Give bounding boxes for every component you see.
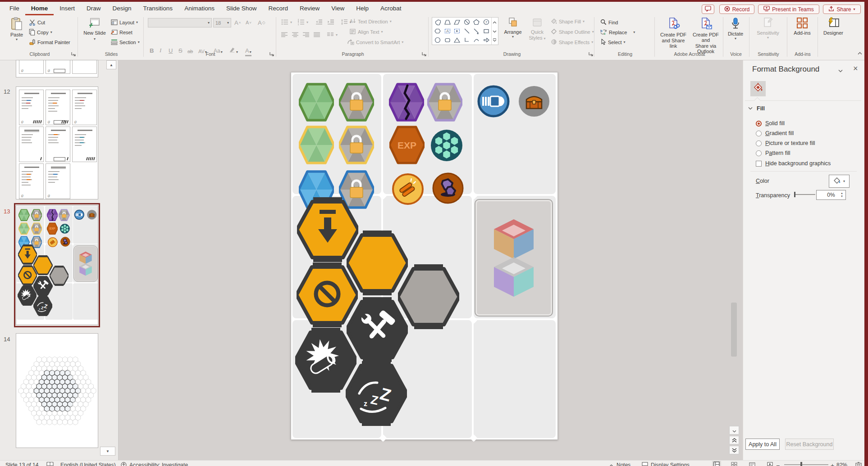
copy-button[interactable]: Copy▾ xyxy=(29,28,52,37)
dictate-button[interactable]: Dictate▾ xyxy=(725,17,746,41)
layout-button[interactable]: Layout▾ xyxy=(111,18,138,27)
shape-hexagon-icon[interactable] xyxy=(434,27,442,35)
format-painter-button[interactable]: Format Painter xyxy=(29,38,70,47)
hide-background-graphics-checkbox[interactable]: Hide background graphics xyxy=(756,160,831,167)
pane-collapse-icon[interactable] xyxy=(838,67,843,75)
record-button[interactable]: Record xyxy=(719,5,754,14)
tab-file[interactable]: File xyxy=(4,2,25,15)
color-picker-button[interactable]: ▾ xyxy=(829,175,850,188)
badge-circle-battery[interactable] xyxy=(476,84,511,120)
comments-button[interactable] xyxy=(702,5,714,14)
shape-pentagon-icon[interactable] xyxy=(472,18,480,26)
shape-block-arrow-icon[interactable] xyxy=(482,36,490,44)
reset-button[interactable]: Reset xyxy=(111,28,132,37)
badge-hex-exp[interactable]: EXP xyxy=(389,125,425,167)
previous-slide-button[interactable] xyxy=(729,436,739,444)
shape-freeform-icon[interactable] xyxy=(434,18,442,26)
badge-circle-chest[interactable] xyxy=(517,84,551,120)
slide-thumbnail-12[interactable]: 00000 xyxy=(16,86,98,199)
cut-button[interactable]: Cut xyxy=(29,18,45,27)
addins-button[interactable]: Add-ins xyxy=(790,17,815,36)
thumbnails-scroll-up-button[interactable]: ▲ xyxy=(106,60,116,69)
slide-canvas[interactable]: EXPZZz xyxy=(291,72,558,440)
badge-hex-green-yellow[interactable] xyxy=(299,125,334,167)
shape-elbow-icon[interactable] xyxy=(463,36,471,44)
display-settings-button[interactable]: Display Settings xyxy=(651,462,690,466)
transparency-slider[interactable] xyxy=(795,194,815,195)
shape-arrow-line-icon[interactable] xyxy=(472,27,480,35)
clipboard-dialog-launcher[interactable] xyxy=(71,52,76,56)
shape-parallelogram-icon[interactable] xyxy=(453,18,461,26)
shape-rectangle-icon[interactable] xyxy=(482,27,490,35)
shape-no-symbol-icon[interactable] xyxy=(463,18,471,26)
shape-trapezoid-icon[interactable] xyxy=(443,18,452,26)
fill-option-picture-or-texture-fill[interactable]: Picture or texture fill xyxy=(756,140,815,146)
designer-button[interactable]: Designer xyxy=(820,17,846,36)
badge-hex-lock-lavender[interactable] xyxy=(427,82,462,124)
badge-hex-lock-green[interactable] xyxy=(339,82,374,124)
tab-draw[interactable]: Draw xyxy=(81,2,107,15)
replace-button[interactable]: bcReplace▾ xyxy=(600,28,635,37)
hex-tile-sleep[interactable]: ZZz xyxy=(346,361,407,428)
normal-view-button[interactable] xyxy=(712,461,721,466)
fill-option-gradient-fill[interactable]: Gradient fill xyxy=(756,130,794,136)
drawing-dialog-launcher[interactable] xyxy=(589,52,593,56)
tab-slide-show[interactable]: Slide Show xyxy=(220,2,263,15)
accessibility-status[interactable]: Accessibility: Investigate xyxy=(129,462,188,466)
slideshow-view-button[interactable] xyxy=(767,462,773,466)
find-button[interactable]: Find xyxy=(600,18,618,27)
fit-to-window-icon[interactable] xyxy=(855,462,862,466)
slide-sorter-view-button[interactable] xyxy=(731,462,737,466)
badge-circle-honeycomb[interactable] xyxy=(429,128,464,164)
paste-button[interactable]: Paste ▾ xyxy=(6,17,27,41)
canvas-scrollbar-thumb[interactable] xyxy=(731,303,737,357)
gallery-more-button[interactable] xyxy=(491,36,498,45)
slide-thumbnail-14[interactable] xyxy=(16,333,98,448)
slide-thumbnail-13[interactable]: EXPZZz xyxy=(16,205,98,325)
shape-gallery[interactable]: 7A xyxy=(432,17,498,45)
paragraph-dialog-launcher[interactable] xyxy=(422,52,426,56)
fill-option-solid-fill[interactable]: Solid fill xyxy=(756,120,785,127)
gallery-down-button[interactable] xyxy=(491,27,498,36)
tab-view[interactable]: View xyxy=(325,2,350,15)
tab-insert[interactable]: Insert xyxy=(54,2,81,15)
badge-hex-purple-crack[interactable] xyxy=(389,82,424,124)
reading-view-button[interactable] xyxy=(749,462,755,466)
fill-option-pattern-fill[interactable]: Pattern fill xyxy=(756,150,790,156)
zoom-slider-handle[interactable] xyxy=(800,462,802,466)
badge-hex-green[interactable] xyxy=(299,82,334,124)
shape-line-icon[interactable] xyxy=(463,27,471,35)
transparency-spinner[interactable]: ▲▼ xyxy=(839,190,845,199)
tab-transitions[interactable]: Transitions xyxy=(137,2,179,15)
tab-animations[interactable]: Animations xyxy=(178,2,220,15)
fill-tab[interactable] xyxy=(750,81,766,96)
shape-rounded-rect-icon[interactable] xyxy=(443,36,452,44)
share-button[interactable]: Share▾ xyxy=(823,5,861,14)
scroll-down-button[interactable] xyxy=(729,426,739,434)
zoom-level[interactable]: 82% xyxy=(836,462,847,466)
pane-close-icon[interactable]: × xyxy=(853,64,858,73)
shape-curve-icon[interactable] xyxy=(472,36,480,44)
section-button[interactable]: Section▾ xyxy=(111,38,140,47)
tab-acrobat[interactable]: Acrobat xyxy=(375,2,407,15)
create-pdf-outlook-button[interactable]: Create PDF andShare via Outlook xyxy=(690,17,721,54)
notes-toggle[interactable]: Notes xyxy=(617,462,630,466)
new-slide-button[interactable]: New Slide ▾ xyxy=(82,17,107,41)
s-cube-logo[interactable] xyxy=(492,218,535,299)
tab-design[interactable]: Design xyxy=(107,2,137,15)
transparency-slider-handle[interactable] xyxy=(794,192,795,197)
tab-review[interactable]: Review xyxy=(294,2,325,15)
zoom-out-button[interactable]: − xyxy=(776,462,780,466)
shape-text-box-icon[interactable]: A xyxy=(443,27,452,35)
tab-help[interactable]: Help xyxy=(350,2,375,15)
font-dialog-launcher[interactable] xyxy=(270,52,274,56)
slide-grid-cell[interactable] xyxy=(474,320,556,438)
collapse-ribbon-icon[interactable] xyxy=(857,50,863,56)
slide-thumbnail-11-partial[interactable]: 00 xyxy=(16,60,98,77)
tab-home[interactable]: Home xyxy=(25,2,54,15)
gallery-up-button[interactable] xyxy=(491,18,498,27)
zoom-in-button[interactable]: + xyxy=(831,462,834,466)
zoom-slider[interactable] xyxy=(784,464,828,465)
shape-oval-icon[interactable] xyxy=(434,36,442,44)
shape-media-box-icon[interactable] xyxy=(453,27,461,35)
